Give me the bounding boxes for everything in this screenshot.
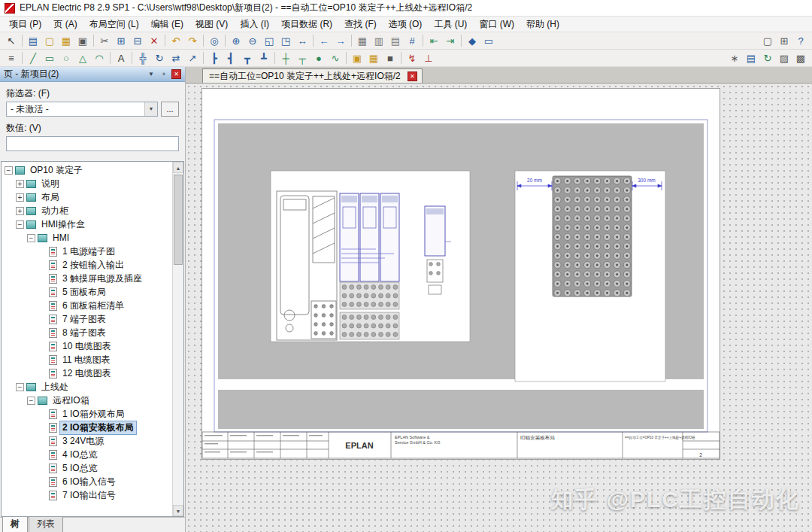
menu-item[interactable]: 窗口 (W)	[473, 17, 520, 32]
panel-menu-icon[interactable]: ▼	[146, 71, 156, 78]
tree-item-page[interactable]: 8 端子图表	[2, 326, 172, 339]
tree-item-structure[interactable]: +说明	[2, 177, 172, 190]
jump-forward-icon[interactable]: ⇥	[443, 34, 458, 48]
menu-item[interactable]: 选项 (O)	[383, 17, 429, 32]
tree-item-structure[interactable]: −远程IO箱	[2, 394, 172, 407]
align-left-icon[interactable]: ┣	[207, 51, 222, 65]
tree-item-page[interactable]: 6 面板箱柜清单	[2, 299, 172, 312]
tree-item-page[interactable]: 3 触摸屏电源及插座	[2, 272, 172, 285]
tree-item-page[interactable]: 6 IO输入信号	[2, 475, 172, 488]
align-right-icon[interactable]: ┫	[223, 51, 238, 65]
draw-circle-icon[interactable]: ○	[59, 51, 74, 65]
tree-item-structure[interactable]: +动力柜	[2, 204, 172, 217]
insert-connection-icon[interactable]: ┼	[278, 51, 293, 65]
device-box-icon[interactable]: ▣	[350, 51, 365, 65]
menu-item[interactable]: 视图 (V)	[189, 17, 234, 32]
tree-item-page[interactable]: 10 电缆图表	[2, 339, 172, 353]
delete-icon[interactable]: ✕	[147, 34, 162, 48]
mirror-icon[interactable]: ⇄	[168, 51, 183, 65]
open-project-icon[interactable]: ▦	[59, 34, 74, 48]
tree-item-page[interactable]: 2 按钮输入输出	[2, 258, 172, 272]
rotate-icon[interactable]: ↻	[152, 51, 167, 65]
tree-item-page[interactable]: 5 面板布局	[2, 285, 172, 299]
document-tab[interactable]: ==自动工位=OP10 装定子++上线处+远程IO箱/2 ✕	[202, 68, 423, 83]
menu-item[interactable]: 插入 (I)	[234, 17, 275, 32]
view-tab[interactable]: 列表	[29, 515, 63, 532]
tree-item-structure[interactable]: −OP10 装定子	[2, 163, 172, 177]
expand-icon[interactable]: +	[16, 193, 24, 202]
menu-item[interactable]: 查找 (F)	[338, 17, 383, 32]
menu-item[interactable]: 项目 (P)	[3, 17, 47, 32]
previous-page-icon[interactable]: ←	[317, 34, 332, 48]
pan-icon[interactable]: ↔	[295, 34, 310, 48]
potential-icon[interactable]: ⊥	[421, 51, 436, 65]
draw-line-icon[interactable]: ╱	[26, 51, 41, 65]
settings-icon[interactable]: ∗	[727, 51, 742, 65]
expand-icon[interactable]: +	[16, 180, 24, 188]
redo-icon[interactable]: ↷	[185, 34, 200, 48]
paste-icon[interactable]: ⊟	[130, 34, 145, 48]
scroll-up-icon[interactable]: ▲	[173, 162, 183, 173]
update-connections-icon[interactable]: ↻	[760, 51, 775, 65]
collapse-icon[interactable]: −	[5, 166, 13, 175]
grid-style-1-icon[interactable]: ▦	[355, 34, 370, 48]
collapse-icon[interactable]: −	[16, 220, 24, 229]
filter-dropdown[interactable]: - 未激活 - ▼	[6, 102, 158, 117]
tree-item-page[interactable]: 7 IO输出信号	[2, 488, 172, 502]
copy-icon[interactable]: ⊞	[114, 34, 129, 48]
tree-item-structure[interactable]: −上线处	[2, 380, 172, 394]
close-view-icon[interactable]: ▩	[793, 51, 808, 65]
menu-item[interactable]: 布局空间 (L)	[83, 17, 145, 32]
drawing-page[interactable]: 20 mm 300 mm	[201, 88, 720, 460]
draw-rectangle-icon[interactable]: ▭	[42, 51, 57, 65]
move-icon[interactable]: ╬	[135, 51, 150, 65]
window-cascade-icon[interactable]: ▢	[760, 34, 775, 48]
tab-close-icon[interactable]: ✕	[408, 71, 417, 81]
tree-item-page[interactable]: 5 IO总览	[2, 461, 172, 475]
window-tile-icon[interactable]: ⊞	[777, 34, 792, 48]
insert-device-icon[interactable]: ▭	[481, 34, 496, 48]
filter-more-button[interactable]: ...	[161, 102, 179, 117]
dropdown-arrow-icon[interactable]: ▼	[144, 102, 157, 116]
tree-item-page[interactable]: 11 电缆图表	[2, 353, 172, 366]
black-box-icon[interactable]: ■	[383, 51, 398, 65]
value-input[interactable]	[6, 136, 179, 151]
menu-item[interactable]: 页 (A)	[47, 17, 83, 32]
layer-select-icon[interactable]: ≡	[4, 51, 19, 65]
menu-item[interactable]: 项目数据 (R)	[275, 17, 338, 32]
help-icon[interactable]: ?	[793, 34, 808, 48]
page-navigator-icon[interactable]: ▤	[26, 34, 41, 48]
tree-scrollbar[interactable]: ▲ ▼	[172, 162, 183, 516]
tree-item-page[interactable]: 7 端子图表	[2, 312, 172, 326]
snap-to-grid-icon[interactable]: #	[404, 34, 420, 48]
cut-icon[interactable]: ✂	[97, 34, 112, 48]
insert-junction-icon[interactable]: ┬	[295, 51, 310, 65]
tree-item-structure[interactable]: −HMI操作盒	[2, 217, 172, 231]
plc-box-icon[interactable]: ▦	[366, 51, 381, 65]
view-tab[interactable]: 树	[2, 515, 28, 532]
edit-properties-icon[interactable]: ▨	[777, 51, 792, 65]
menu-item[interactable]: 编辑 (E)	[145, 17, 189, 32]
tree-item-page[interactable]: 12 电缆图表	[2, 366, 172, 380]
jump-back-icon[interactable]: ⇤	[426, 34, 441, 48]
new-page-icon[interactable]: ▢	[42, 34, 57, 48]
align-bottom-icon[interactable]: ┻	[256, 51, 271, 65]
pin-icon[interactable]: ⌖	[159, 71, 169, 78]
tree-item-page[interactable]: 1 电源端子图	[2, 245, 172, 258]
tree-item-page[interactable]: 4 IO总览	[2, 448, 172, 461]
align-top-icon[interactable]: ┳	[240, 51, 255, 65]
insert-text-icon[interactable]: A	[114, 51, 129, 65]
tree-item-page[interactable]: 2 IO箱安装板布局	[2, 421, 172, 434]
expand-icon[interactable]: +	[16, 207, 24, 215]
insert-terminal-icon[interactable]: ●	[311, 51, 326, 65]
collapse-icon[interactable]: −	[16, 383, 24, 391]
grid-style-3-icon[interactable]: ▤	[388, 34, 403, 48]
zoom-window-icon[interactable]: ◱	[262, 34, 277, 48]
print-icon[interactable]: ▣	[75, 34, 90, 48]
stretch-icon[interactable]: ↗	[185, 51, 200, 65]
reports-icon[interactable]: ▤	[744, 51, 759, 65]
panel-close-icon[interactable]: ✕	[171, 69, 181, 79]
drawing-canvas[interactable]: 20 mm 300 mm	[186, 83, 812, 532]
draw-polygon-icon[interactable]: △	[75, 51, 90, 65]
zoom-in-icon[interactable]: ⊕	[229, 34, 244, 48]
